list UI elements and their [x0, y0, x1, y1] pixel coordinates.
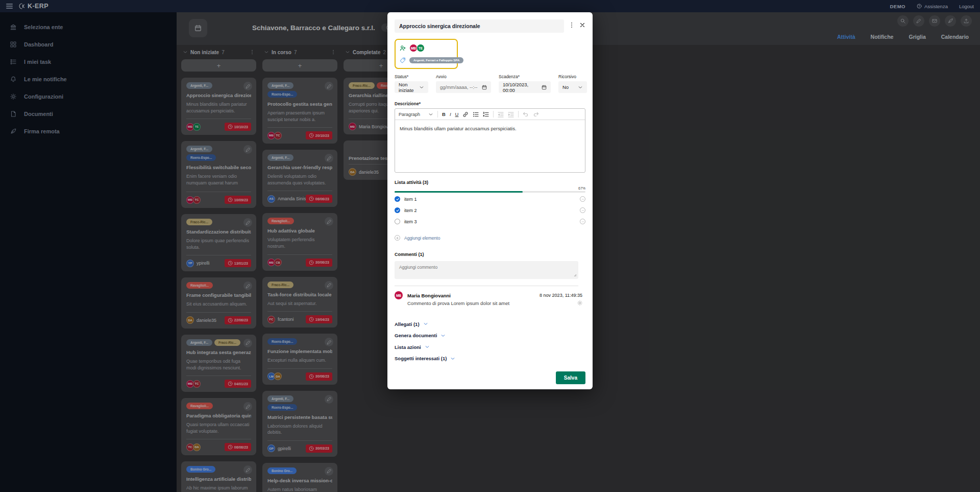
- chevron-down-icon: [450, 356, 455, 361]
- comment: MBMaria Bongiovanni8 nov 2023, 11:49:35C…: [395, 291, 582, 306]
- remove-activity-icon[interactable]: [580, 219, 585, 224]
- chevron-down-icon: [419, 85, 424, 90]
- remove-activity-icon[interactable]: [580, 196, 585, 202]
- indent-icon[interactable]: [508, 111, 514, 118]
- chevron-down-icon: [425, 344, 430, 349]
- activity-item: item 1: [395, 194, 585, 204]
- numbered-list-icon[interactable]: [483, 111, 489, 118]
- description-section: Descrizione* Paragraph B I U: [395, 101, 585, 173]
- activity-label: item 2: [404, 208, 417, 213]
- activity-list-section: Lista attività (3) 67% item 1item 2item …: [395, 180, 585, 241]
- section-genera-documenti[interactable]: Genera documenti: [395, 330, 585, 342]
- recurring-field: Ricorsivo No: [558, 74, 587, 93]
- assignee-avatars: MBTE: [409, 44, 424, 52]
- editor-toolbar: Paragraph B I U: [395, 109, 585, 120]
- comments-section: Commenti (1) MBMaria Bongiovanni8 nov 20…: [395, 252, 585, 306]
- outdent-icon[interactable]: [498, 111, 504, 118]
- rich-text-editor: Paragraph B I U Minus blanditiis ullam p…: [395, 108, 585, 173]
- section-lista-azioni[interactable]: Lista azioni: [395, 341, 585, 353]
- comment-text: Commento di prova Lorem ipsum dolor sit …: [407, 300, 577, 306]
- calendar-icon: [542, 85, 547, 90]
- remove-activity-icon[interactable]: [580, 207, 585, 213]
- comment-timestamp: 8 nov 2023, 11:49:35: [540, 293, 582, 298]
- assign-user-icon[interactable]: [400, 45, 406, 51]
- activity-checkbox[interactable]: [395, 196, 400, 202]
- tag-icon[interactable]: [400, 57, 406, 63]
- comments-title: Commenti (1): [395, 252, 585, 257]
- activity-item: item 3: [395, 217, 585, 226]
- add-activity-button[interactable]: Aggiungi elemento: [395, 235, 585, 241]
- start-date-input[interactable]: gg/mm/aaaa, --:--: [436, 81, 491, 93]
- customer-tag-pill: Argenti, Ferrari e Falloppio SPA: [409, 57, 463, 63]
- chevron-down-icon: [428, 112, 433, 117]
- collapsible-sections: Allegati (1)Genera documentiLista azioni…: [395, 318, 585, 364]
- activities-progress-fill: [395, 191, 523, 193]
- section-soggetti-interessati-1-[interactable]: Soggetti interessati (1): [395, 353, 585, 365]
- description-content[interactable]: Minus blanditiis ullam pariatur accusamu…: [395, 120, 585, 172]
- redo-icon[interactable]: [533, 111, 539, 118]
- activity-checkbox[interactable]: [395, 207, 400, 213]
- start-field: Avvio gg/mm/aaaa, --:--: [436, 74, 491, 93]
- undo-icon[interactable]: [523, 111, 529, 118]
- italic-button[interactable]: I: [450, 111, 451, 117]
- save-button[interactable]: Salva: [556, 371, 585, 384]
- chevron-down-icon: [578, 85, 583, 90]
- activity-label: item 3: [404, 219, 417, 224]
- activity-label: item 1: [404, 197, 417, 202]
- avatar: MB: [395, 291, 403, 299]
- divider: [395, 286, 578, 286]
- task-title-input[interactable]: [395, 19, 564, 33]
- section-allegati-1-[interactable]: Allegati (1): [395, 318, 585, 330]
- plus-circle-icon: [395, 235, 400, 241]
- close-icon[interactable]: [579, 22, 585, 28]
- chevron-down-icon: [440, 333, 446, 338]
- activity-progress-bar: [395, 191, 585, 193]
- activity-item: item 2: [395, 205, 585, 215]
- bold-button[interactable]: B: [442, 111, 446, 117]
- due-date-input[interactable]: 10/10/2023, 00:00: [499, 81, 551, 93]
- due-field: Scadenza* 10/10/2023, 00:00: [499, 74, 551, 93]
- paragraph-style-select[interactable]: Paragraph: [399, 112, 433, 117]
- recurring-select[interactable]: No: [558, 81, 587, 93]
- avatar: TE: [416, 44, 425, 52]
- modal-kebab-icon[interactable]: [569, 22, 575, 28]
- comment-options-icon[interactable]: [577, 300, 582, 306]
- activity-list-title: Lista attività (3): [395, 180, 585, 185]
- status-select[interactable]: Non iniziate: [395, 81, 428, 93]
- bullet-list-icon[interactable]: [473, 111, 479, 118]
- activity-progress-label: 67%: [395, 186, 585, 190]
- calendar-icon: [482, 85, 487, 90]
- chevron-down-icon: [423, 321, 428, 326]
- activity-checkbox[interactable]: [395, 219, 400, 224]
- status-field: Status* Non iniziate: [395, 74, 428, 93]
- task-modal: MBTE Argenti, Ferrari e Falloppio SPA St…: [387, 12, 593, 389]
- underline-button[interactable]: U: [455, 111, 459, 117]
- add-comment-input[interactable]: [395, 261, 578, 279]
- resize-handle-icon[interactable]: [572, 272, 577, 277]
- assignment-highlight-box: MBTE Argenti, Ferrari e Falloppio SPA: [395, 39, 458, 69]
- comment-author: Maria Bongiovanni: [407, 293, 451, 298]
- link-icon[interactable]: [462, 111, 469, 118]
